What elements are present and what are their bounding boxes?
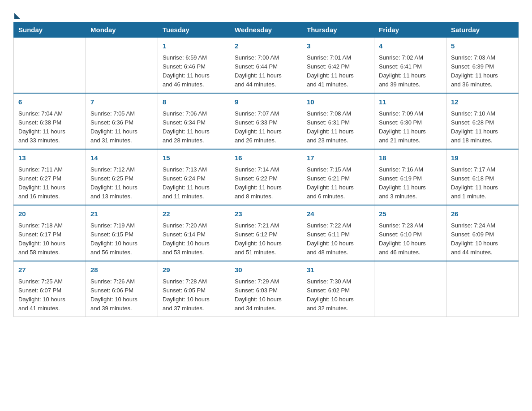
day-number: 30 — [235, 265, 297, 275]
day-info: Sunrise: 7:09 AM Sunset: 6:30 PM Dayligh… — [379, 109, 442, 146]
calendar-cell: 10Sunrise: 7:08 AM Sunset: 6:31 PM Dayli… — [302, 93, 374, 149]
calendar-cell: 26Sunrise: 7:24 AM Sunset: 6:09 PM Dayli… — [446, 205, 519, 261]
day-header-tuesday: Tuesday — [158, 22, 230, 38]
day-number: 17 — [307, 153, 369, 163]
day-info: Sunrise: 7:13 AM Sunset: 6:24 PM Dayligh… — [163, 165, 225, 201]
day-number: 31 — [307, 265, 369, 275]
day-info: Sunrise: 7:08 AM Sunset: 6:31 PM Dayligh… — [307, 109, 369, 146]
calendar-cell: 22Sunrise: 7:20 AM Sunset: 6:14 PM Dayli… — [158, 205, 230, 261]
calendar-cell: 20Sunrise: 7:18 AM Sunset: 6:17 PM Dayli… — [14, 205, 86, 261]
day-info: Sunrise: 7:07 AM Sunset: 6:33 PM Dayligh… — [235, 109, 297, 146]
calendar-cell: 1Sunrise: 6:59 AM Sunset: 6:46 PM Daylig… — [158, 38, 230, 94]
day-number: 14 — [90, 153, 153, 163]
day-header-friday: Friday — [374, 22, 446, 38]
logo-arrow-icon — [14, 13, 21, 19]
day-number: 13 — [18, 153, 81, 163]
day-info: Sunrise: 7:20 AM Sunset: 6:14 PM Dayligh… — [163, 221, 225, 257]
day-number: 23 — [235, 209, 297, 219]
week-row-4: 20Sunrise: 7:18 AM Sunset: 6:17 PM Dayli… — [14, 205, 519, 261]
day-number: 27 — [18, 265, 81, 275]
day-number: 2 — [235, 41, 297, 51]
calendar-cell: 5Sunrise: 7:03 AM Sunset: 6:39 PM Daylig… — [446, 38, 519, 94]
calendar-cell: 27Sunrise: 7:25 AM Sunset: 6:07 PM Dayli… — [14, 261, 86, 317]
day-info: Sunrise: 7:28 AM Sunset: 6:05 PM Dayligh… — [163, 277, 225, 313]
calendar-cell: 16Sunrise: 7:14 AM Sunset: 6:22 PM Dayli… — [230, 149, 302, 205]
day-number: 29 — [163, 265, 225, 275]
day-info: Sunrise: 7:26 AM Sunset: 6:06 PM Dayligh… — [90, 277, 153, 313]
calendar-table: SundayMondayTuesdayWednesdayThursdayFrid… — [13, 22, 519, 317]
day-number: 3 — [307, 41, 369, 51]
day-number: 4 — [379, 41, 442, 51]
day-number: 15 — [163, 153, 225, 163]
calendar-cell — [446, 261, 519, 317]
calendar-cell: 12Sunrise: 7:10 AM Sunset: 6:28 PM Dayli… — [446, 93, 519, 149]
day-info: Sunrise: 7:12 AM Sunset: 6:25 PM Dayligh… — [90, 165, 153, 201]
logo — [13, 11, 21, 17]
calendar-cell: 14Sunrise: 7:12 AM Sunset: 6:25 PM Dayli… — [86, 149, 158, 205]
day-info: Sunrise: 7:04 AM Sunset: 6:38 PM Dayligh… — [18, 109, 81, 146]
calendar-cell: 30Sunrise: 7:29 AM Sunset: 6:03 PM Dayli… — [230, 261, 302, 317]
day-info: Sunrise: 7:06 AM Sunset: 6:34 PM Dayligh… — [163, 109, 225, 146]
day-number: 18 — [379, 153, 442, 163]
day-header-thursday: Thursday — [302, 22, 374, 38]
day-header-monday: Monday — [86, 22, 158, 38]
calendar-cell: 8Sunrise: 7:06 AM Sunset: 6:34 PM Daylig… — [158, 93, 230, 149]
day-info: Sunrise: 7:05 AM Sunset: 6:36 PM Dayligh… — [90, 109, 153, 146]
day-info: Sunrise: 7:17 AM Sunset: 6:18 PM Dayligh… — [451, 165, 514, 201]
day-number: 6 — [18, 97, 81, 107]
day-info: Sunrise: 7:01 AM Sunset: 6:42 PM Dayligh… — [307, 53, 369, 90]
calendar-cell: 11Sunrise: 7:09 AM Sunset: 6:30 PM Dayli… — [374, 93, 446, 149]
calendar-cell — [374, 261, 446, 317]
day-number: 28 — [90, 265, 153, 275]
calendar-cell: 31Sunrise: 7:30 AM Sunset: 6:02 PM Dayli… — [302, 261, 374, 317]
calendar-cell: 9Sunrise: 7:07 AM Sunset: 6:33 PM Daylig… — [230, 93, 302, 149]
calendar-cell: 4Sunrise: 7:02 AM Sunset: 6:41 PM Daylig… — [374, 38, 446, 94]
calendar-cell — [86, 38, 158, 94]
day-info: Sunrise: 7:10 AM Sunset: 6:28 PM Dayligh… — [451, 109, 514, 146]
calendar-cell: 18Sunrise: 7:16 AM Sunset: 6:19 PM Dayli… — [374, 149, 446, 205]
calendar-cell: 17Sunrise: 7:15 AM Sunset: 6:21 PM Dayli… — [302, 149, 374, 205]
day-info: Sunrise: 7:23 AM Sunset: 6:10 PM Dayligh… — [379, 221, 442, 257]
calendar-cell: 24Sunrise: 7:22 AM Sunset: 6:11 PM Dayli… — [302, 205, 374, 261]
day-number: 25 — [379, 209, 442, 219]
calendar-cell — [14, 38, 86, 94]
day-info: Sunrise: 7:11 AM Sunset: 6:27 PM Dayligh… — [18, 165, 81, 201]
day-number: 16 — [235, 153, 297, 163]
day-number: 5 — [451, 41, 514, 51]
day-number: 22 — [163, 209, 225, 219]
day-info: Sunrise: 7:21 AM Sunset: 6:12 PM Dayligh… — [235, 221, 297, 257]
calendar-cell: 7Sunrise: 7:05 AM Sunset: 6:36 PM Daylig… — [86, 93, 158, 149]
day-info: Sunrise: 7:29 AM Sunset: 6:03 PM Dayligh… — [235, 277, 297, 313]
day-info: Sunrise: 7:03 AM Sunset: 6:39 PM Dayligh… — [451, 53, 514, 90]
calendar-cell: 19Sunrise: 7:17 AM Sunset: 6:18 PM Dayli… — [446, 149, 519, 205]
day-number: 8 — [163, 97, 225, 107]
day-header-wednesday: Wednesday — [230, 22, 302, 38]
day-info: Sunrise: 7:18 AM Sunset: 6:17 PM Dayligh… — [18, 221, 81, 257]
day-info: Sunrise: 7:00 AM Sunset: 6:44 PM Dayligh… — [235, 53, 297, 90]
day-info: Sunrise: 7:02 AM Sunset: 6:41 PM Dayligh… — [379, 53, 442, 90]
calendar-cell: 25Sunrise: 7:23 AM Sunset: 6:10 PM Dayli… — [374, 205, 446, 261]
calendar-cell: 6Sunrise: 7:04 AM Sunset: 6:38 PM Daylig… — [14, 93, 86, 149]
week-row-2: 6Sunrise: 7:04 AM Sunset: 6:38 PM Daylig… — [14, 93, 519, 149]
day-number: 9 — [235, 97, 297, 107]
day-header-saturday: Saturday — [446, 22, 519, 38]
day-info: Sunrise: 7:24 AM Sunset: 6:09 PM Dayligh… — [451, 221, 514, 257]
day-info: Sunrise: 7:19 AM Sunset: 6:15 PM Dayligh… — [90, 221, 153, 257]
calendar-cell: 28Sunrise: 7:26 AM Sunset: 6:06 PM Dayli… — [86, 261, 158, 317]
calendar-cell: 2Sunrise: 7:00 AM Sunset: 6:44 PM Daylig… — [230, 38, 302, 94]
day-info: Sunrise: 6:59 AM Sunset: 6:46 PM Dayligh… — [163, 53, 225, 90]
day-number: 21 — [90, 209, 153, 219]
day-info: Sunrise: 7:22 AM Sunset: 6:11 PM Dayligh… — [307, 221, 369, 257]
day-info: Sunrise: 7:25 AM Sunset: 6:07 PM Dayligh… — [18, 277, 81, 313]
calendar-cell: 23Sunrise: 7:21 AM Sunset: 6:12 PM Dayli… — [230, 205, 302, 261]
day-number: 1 — [163, 41, 225, 51]
day-info: Sunrise: 7:16 AM Sunset: 6:19 PM Dayligh… — [379, 165, 442, 201]
week-row-5: 27Sunrise: 7:25 AM Sunset: 6:07 PM Dayli… — [14, 261, 519, 317]
days-header-row: SundayMondayTuesdayWednesdayThursdayFrid… — [14, 22, 519, 38]
day-number: 19 — [451, 153, 514, 163]
calendar-cell: 21Sunrise: 7:19 AM Sunset: 6:15 PM Dayli… — [86, 205, 158, 261]
day-number: 10 — [307, 97, 369, 107]
week-row-1: 1Sunrise: 6:59 AM Sunset: 6:46 PM Daylig… — [14, 38, 519, 94]
day-info: Sunrise: 7:15 AM Sunset: 6:21 PM Dayligh… — [307, 165, 369, 201]
calendar-cell: 3Sunrise: 7:01 AM Sunset: 6:42 PM Daylig… — [302, 38, 374, 94]
